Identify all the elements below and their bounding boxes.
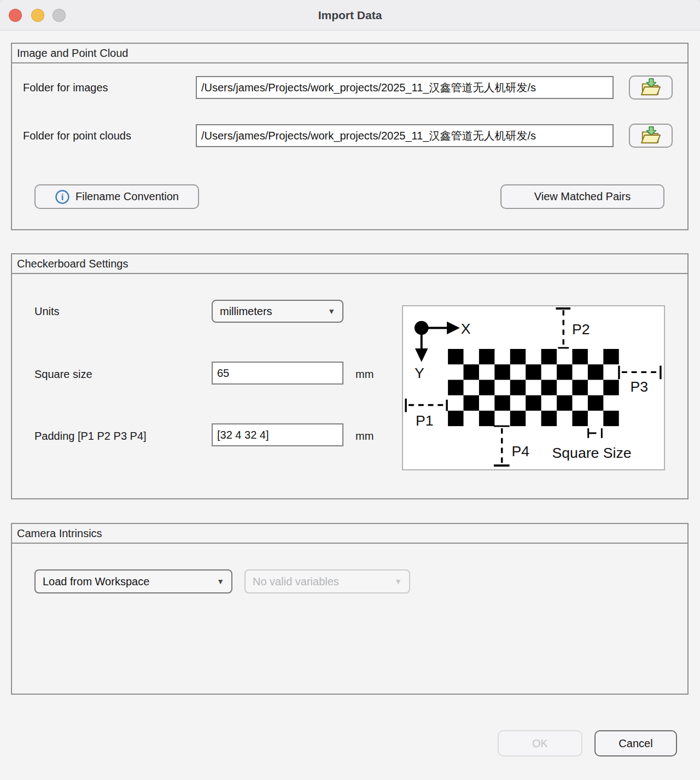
square-size-input[interactable] <box>212 362 343 385</box>
cancel-label: Cancel <box>619 737 652 750</box>
section-title: Camera Intrinsics <box>12 524 687 544</box>
p3-dimension-lines <box>619 366 661 380</box>
y-axis-label: Y <box>415 365 424 381</box>
cancel-button[interactable]: Cancel <box>594 730 677 756</box>
info-icon: i <box>55 189 70 205</box>
section-title: Image and Point Cloud <box>12 44 687 63</box>
intrinsics-variables-value: No valid variables <box>253 575 339 588</box>
filename-convention-button[interactable]: i Filename Convention <box>34 184 199 209</box>
ok-button: OK <box>498 730 582 756</box>
section-title: Checkerboard Settings <box>12 254 687 274</box>
square-size-unit: mm <box>355 368 374 381</box>
folder-point-clouds-label: Folder for point clouds <box>23 130 131 142</box>
square-size-diagram-label: Square Size <box>552 445 632 461</box>
p4-label: P4 <box>512 443 530 459</box>
folder-images-label: Folder for images <box>23 82 108 94</box>
units-dropdown-value: millimeters <box>220 305 272 318</box>
view-matched-pairs-label: View Matched Pairs <box>534 190 631 203</box>
ok-label: OK <box>532 737 548 750</box>
folder-images-input[interactable] <box>196 76 614 99</box>
titlebar: Import Data <box>0 0 700 31</box>
window-title: Import Data <box>0 0 700 31</box>
units-label: Units <box>34 305 60 318</box>
p3-label: P3 <box>631 379 649 395</box>
p2-dimension-lines <box>556 308 570 348</box>
chevron-down-icon: ▼ <box>217 577 224 586</box>
folder-point-clouds-input[interactable] <box>196 124 614 147</box>
p1-label: P1 <box>416 412 434 429</box>
intrinsics-variables-dropdown: No valid variables ▼ <box>244 569 410 593</box>
padding-unit: mm <box>355 430 374 443</box>
folder-import-icon <box>639 125 662 146</box>
chevron-down-icon: ▼ <box>394 577 402 586</box>
chevron-down-icon: ▼ <box>328 307 335 316</box>
p1-dimension-lines <box>406 399 447 412</box>
padding-input[interactable] <box>212 423 343 446</box>
browse-point-clouds-button[interactable] <box>629 124 673 148</box>
checkerboard-settings-section: Checkerboard Settings Units millimeters … <box>11 253 689 499</box>
square-size-label: Square size <box>34 368 92 381</box>
intrinsics-source-dropdown[interactable]: Load from Workspace ▼ <box>34 569 232 593</box>
camera-intrinsics-section: Camera Intrinsics Load from Workspace ▼ … <box>11 523 689 695</box>
browse-images-button[interactable] <box>629 75 673 100</box>
padding-label: Padding [P1 P2 P3 P4] <box>34 430 147 443</box>
checkerboard-pattern <box>448 349 619 426</box>
intrinsics-source-value: Load from Workspace <box>43 575 149 588</box>
view-matched-pairs-button[interactable]: View Matched Pairs <box>500 184 664 209</box>
square-size-bracket <box>588 428 602 438</box>
svg-text:i: i <box>61 192 64 202</box>
checkerboard-diagram: X Y P2 P3 <box>402 305 665 470</box>
image-point-cloud-section: Image and Point Cloud Folder for images … <box>11 43 689 230</box>
filename-convention-label: Filename Convention <box>75 190 179 203</box>
p2-label: P2 <box>572 321 590 337</box>
folder-import-icon <box>639 77 662 98</box>
import-data-dialog: Import Data Image and Point Cloud Folder… <box>0 0 700 780</box>
units-dropdown[interactable]: millimeters ▼ <box>212 300 343 323</box>
p4-dimension-lines <box>494 426 510 465</box>
x-axis-label: X <box>461 321 471 337</box>
